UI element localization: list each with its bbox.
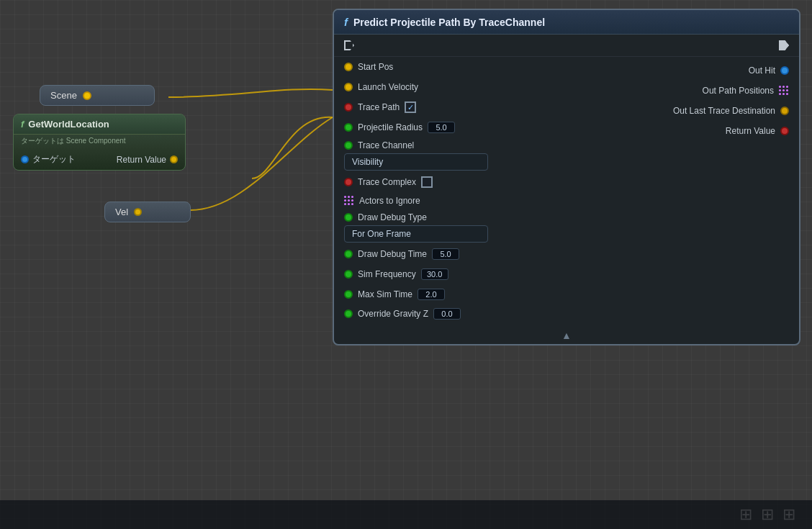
actors-pin-row: Actors to Ignore xyxy=(334,192,633,209)
sim-freq-pin[interactable] xyxy=(344,270,353,279)
main-header-icon: f xyxy=(344,16,348,28)
actors-label: Actors to Ignore xyxy=(359,196,420,206)
proj-radius-pin-row: Projectile Radius 5.0 xyxy=(334,117,633,137)
scene-output-pin[interactable] xyxy=(83,91,91,100)
target-pin-row: ターゲット xyxy=(21,153,76,166)
out-path-pin-row: Out Path Positions xyxy=(641,81,799,101)
get-world-node: f GetWorldLocation ターゲットは Scene Componen… xyxy=(13,114,186,171)
override-gravity-label: Override Gravity Z xyxy=(358,309,428,319)
trace-path-pin[interactable] xyxy=(344,103,353,112)
return-pin-row: Return Value xyxy=(117,155,178,165)
trace-path-checkbox[interactable] xyxy=(405,101,416,113)
vel-node: Vel xyxy=(104,202,191,222)
pins-body: Start Pos Launch Velocity Trace Path Pro… xyxy=(334,57,799,327)
draw-debug-dropdown[interactable]: None For One Frame For Duration Persiste… xyxy=(344,225,488,243)
return-output-pin[interactable] xyxy=(170,155,178,163)
proj-radius-pin[interactable] xyxy=(344,123,353,132)
target-input-pin[interactable] xyxy=(21,155,29,163)
trace-channel-section: Trace Channel Visibility Camera WorldSta… xyxy=(334,137,633,172)
launch-vel-pin-row: Launch Velocity xyxy=(334,77,633,97)
trace-path-pin-row: Trace Path xyxy=(334,97,633,117)
trace-complex-label: Trace Complex xyxy=(358,177,416,187)
launch-vel-label: Launch Velocity xyxy=(358,82,418,92)
trace-channel-pin-row: Trace Channel xyxy=(344,140,623,150)
trace-channel-dropdown-wrapper: Visibility Camera WorldStatic WorldDynam… xyxy=(344,153,488,171)
trace-complex-pin[interactable] xyxy=(344,178,353,186)
return-label: Return Value xyxy=(117,155,166,165)
out-hit-pin-row: Out Hit xyxy=(641,60,799,81)
launch-vel-pin[interactable] xyxy=(344,83,353,91)
override-gravity-input[interactable]: 0.0 xyxy=(433,308,461,320)
watermark-text: ⊞ ⊞ ⊞ xyxy=(739,505,798,524)
draw-debug-time-pin[interactable] xyxy=(344,250,353,258)
max-sim-label: Max Sim Time xyxy=(358,289,412,299)
return-value-pin[interactable] xyxy=(780,127,789,135)
return-value-label: Return Value xyxy=(726,126,775,136)
get-world-header: f GetWorldLocation xyxy=(14,114,185,135)
start-pos-pin-row: Start Pos xyxy=(334,57,633,77)
draw-debug-pin-row: Draw Debug Type xyxy=(344,212,623,222)
target-label: ターゲット xyxy=(32,153,76,166)
trace-channel-label: Trace Channel xyxy=(358,140,414,150)
vel-node-label: Vel xyxy=(115,207,128,217)
draw-debug-type-pin[interactable] xyxy=(344,213,353,222)
draw-debug-time-pin-row: Draw Debug Time 5.0 xyxy=(334,244,633,264)
get-world-subtitle: ターゲットは Scene Component xyxy=(14,135,185,149)
out-hit-pin[interactable] xyxy=(780,66,789,75)
get-world-body: ターゲット Return Value xyxy=(14,149,185,170)
out-last-trace-pin[interactable] xyxy=(780,107,789,115)
proj-radius-label: Projectile Radius xyxy=(358,122,423,132)
right-pins: Out Hit Out Path Positions Out Last Trac… xyxy=(641,57,799,327)
return-value-pin-row: Return Value xyxy=(641,121,799,141)
draw-debug-section: Draw Debug Type None For One Frame For D… xyxy=(334,209,633,244)
trace-complex-pin-row: Trace Complex xyxy=(334,172,633,192)
proj-radius-input[interactable]: 5.0 xyxy=(428,122,455,133)
main-header: f Predict Projectile Path By TraceChanne… xyxy=(334,10,799,35)
draw-debug-dropdown-wrapper: None For One Frame For Duration Persiste… xyxy=(344,225,488,243)
max-sim-pin[interactable] xyxy=(344,290,353,299)
get-world-title: GetWorldLocation xyxy=(28,119,109,130)
sim-freq-label: Sim Frequency xyxy=(358,269,416,279)
max-sim-pin-row: Max Sim Time 2.0 xyxy=(334,284,633,304)
out-last-trace-pin-row: Out Last Trace Destination xyxy=(641,101,799,121)
start-pos-pin[interactable] xyxy=(344,63,353,71)
scene-node: Scene xyxy=(40,85,155,106)
main-node: f Predict Projectile Path By TraceChanne… xyxy=(333,9,800,345)
left-pins: Start Pos Launch Velocity Trace Path Pro… xyxy=(334,57,641,327)
scene-node-label: Scene xyxy=(50,90,77,101)
exec-row xyxy=(334,35,799,57)
trace-channel-pin[interactable] xyxy=(344,141,353,150)
start-pos-label: Start Pos xyxy=(358,62,393,72)
trace-path-label: Trace Path xyxy=(358,102,400,112)
sim-freq-pin-row: Sim Frequency 30.0 xyxy=(334,264,633,284)
vel-output-pin[interactable] xyxy=(134,208,142,216)
out-last-trace-label: Out Last Trace Destination xyxy=(673,106,775,116)
exec-input-pin[interactable] xyxy=(344,40,354,50)
max-sim-input[interactable]: 2.0 xyxy=(418,289,445,300)
trace-complex-checkbox[interactable] xyxy=(421,176,433,188)
scroll-indicator: ▲ xyxy=(334,327,799,344)
draw-debug-time-label: Draw Debug Time xyxy=(358,249,427,259)
out-hit-label: Out Hit xyxy=(749,65,775,76)
trace-channel-dropdown[interactable]: Visibility Camera WorldStatic WorldDynam… xyxy=(344,153,488,171)
draw-debug-time-input[interactable]: 5.0 xyxy=(432,248,459,260)
out-path-pin[interactable] xyxy=(779,86,789,96)
out-path-label: Out Path Positions xyxy=(703,86,774,96)
override-gravity-pin[interactable] xyxy=(344,309,353,318)
exec-output-pin[interactable] xyxy=(779,40,789,50)
draw-debug-type-label: Draw Debug Type xyxy=(358,212,427,222)
sim-freq-input[interactable]: 30.0 xyxy=(421,268,448,280)
actors-pin-icon[interactable] xyxy=(344,196,354,206)
main-header-title: Predict Projectile Path By TraceChannel xyxy=(353,17,545,28)
override-gravity-pin-row: Override Gravity Z 0.0 xyxy=(334,304,633,327)
func-icon: f xyxy=(21,119,24,130)
bottom-bar: ⊞ ⊞ ⊞ xyxy=(0,500,812,529)
